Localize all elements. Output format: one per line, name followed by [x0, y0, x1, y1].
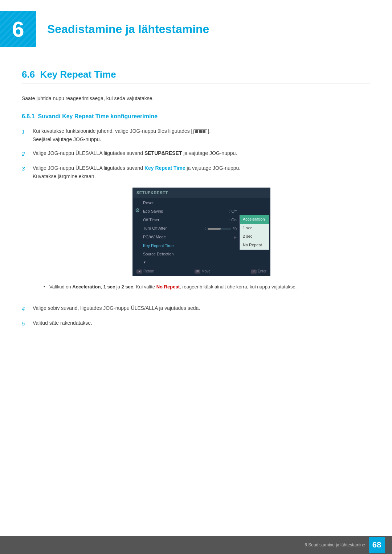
- footer-enter: ↵ Enter: [251, 268, 266, 274]
- section-heading: 6.6 Key Repeat Time: [22, 69, 370, 83]
- bullet-bold-acceleration: Acceleration: [72, 284, 101, 290]
- bullet-item-1: Valikud on Acceleration, 1 sec ja 2 sec.…: [44, 283, 370, 291]
- screen-title: SETUP&RESET: [133, 188, 270, 198]
- screen-body: ⚙ Reset Eco Saving :: [133, 198, 270, 267]
- subsection-heading: 6.6.1 Suvandi Key Repeat Time konfiguree…: [22, 113, 370, 120]
- screen-gear-col: ⚙: [133, 199, 142, 266]
- bullet-bold-1sec: 1 sec: [103, 284, 115, 290]
- step-text-1: Kui kuvatakse funktsioonide juhend, vali…: [33, 127, 370, 143]
- page-header: 6 Seadistamine ja lähtestamine: [0, 0, 392, 54]
- screen-footer: ◄ Return ⊞ Move ↵ Enter: [133, 267, 270, 276]
- step3-highlight: Key Repeat Time: [144, 165, 185, 171]
- step-1: 1 Kui kuvatakse funktsioonide juhend, va…: [22, 127, 370, 143]
- screen-menu: Reset Eco Saving : Off Off: [142, 199, 240, 266]
- page-footer: 6 Seadistamine ja lähtestamine 68: [0, 536, 392, 554]
- enter-icon: ↵: [251, 270, 257, 274]
- screen-item-keyrepeat: Key Repeat Time :: [142, 242, 240, 250]
- screen-item-pcav: PC/AV Mode ▶: [142, 233, 240, 242]
- bullet-bold-2sec: 2 sec: [122, 284, 134, 290]
- step-number-2: 2: [22, 149, 33, 158]
- dropdown-item-1sec: 1 sec: [240, 224, 269, 233]
- bullet-norepeat: No Repeat: [156, 284, 180, 290]
- screen-item-sourcedetect: Source Detection: [142, 250, 240, 259]
- footer-return: ◄ Return: [136, 268, 154, 274]
- screen-item-more: ▼: [142, 259, 240, 266]
- dropdown-item-2sec: 2 sec: [240, 232, 269, 241]
- gear-icon: ⚙: [135, 206, 140, 215]
- step-number-5: 5: [22, 319, 33, 328]
- move-icon: ⊞: [195, 270, 200, 274]
- footer-move: ⊞ Move: [195, 268, 210, 274]
- step-text-4: Valige sobiv suvand, liigutades JOG-nupp…: [33, 304, 370, 312]
- footer-chapter-label: 6 Seadistamine ja lähtestamine: [305, 542, 365, 547]
- step-text-5: Valitud säte rakendatakse.: [33, 319, 370, 327]
- step-number-1: 1: [22, 127, 33, 136]
- step-text-3: Valige JOG-nuppu ÜLES/ALLA liigutades su…: [33, 164, 370, 298]
- chapter-number-block: 6: [0, 11, 36, 47]
- screen-item-reset: Reset: [142, 199, 240, 208]
- step-5: 5 Valitud säte rakendatakse.: [22, 319, 370, 328]
- bullet-list: Valikud on Acceleration, 1 sec ja 2 sec.…: [44, 283, 370, 291]
- step-4: 4 Valige sobiv suvand, liigutades JOG-nu…: [22, 304, 370, 313]
- step2-bold: SETUP&RESET: [144, 150, 182, 156]
- step-3: 3 Valige JOG-nuppu ÜLES/ALLA liigutades …: [22, 164, 370, 298]
- step-1-subtext: Seejärel vajutage JOG-nuppu.: [33, 136, 101, 142]
- footer-page-number: 68: [369, 537, 385, 553]
- step-number-4: 4: [22, 304, 33, 313]
- steps-list: 1 Kui kuvatakse funktsioonide juhend, va…: [22, 127, 370, 328]
- section-intro: Saate juhtida nupu reageerimisaega, kui …: [22, 94, 370, 102]
- step-2: 2 Valige JOG-nuppu ÜLES/ALLA liigutades …: [22, 149, 370, 158]
- return-icon: ◄: [136, 270, 142, 274]
- screen-container: SETUP&RESET ⚙ Reset: [33, 188, 370, 276]
- main-content: 6.6 Key Repeat Time Saate juhtida nupu r…: [0, 69, 392, 363]
- jog-icon: [193, 129, 207, 134]
- screen-mockup: SETUP&RESET ⚙ Reset: [132, 188, 270, 276]
- chapter-title: Seadistamine ja lähtestamine: [47, 22, 209, 36]
- dropdown-item-acceleration: Acceleration: [240, 215, 269, 224]
- step-number-3: 3: [22, 164, 33, 173]
- screen-item-eco: Eco Saving : Off: [142, 207, 240, 216]
- screen-item-turnoff: Turn Off After : 4h: [142, 224, 240, 233]
- step-text-2: Valige JOG-nuppu ÜLES/ALLA liigutades su…: [33, 149, 370, 157]
- dropdown-item-norepeat: No Repeat: [240, 241, 269, 250]
- chapter-number: 6: [12, 17, 24, 42]
- screen-dropdown: Acceleration 1 sec 2 sec No Repeat: [240, 215, 269, 250]
- screen-item-offtimer: Off Timer : On: [142, 216, 240, 225]
